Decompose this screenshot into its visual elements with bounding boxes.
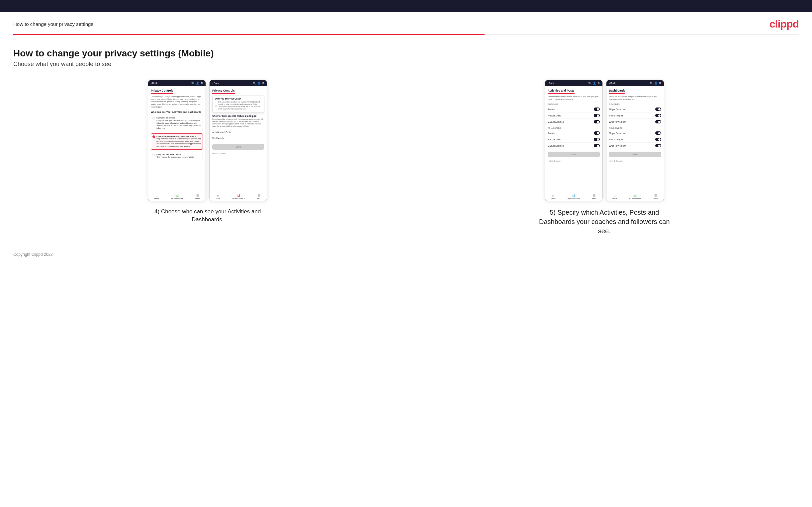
main-content: How to change your privacy settings (Mob… [0, 35, 812, 245]
followers-label-3: FOLLOWERS [548, 127, 600, 129]
phone-2-icons: 🔍 👤 ⚙ [253, 81, 264, 84]
toggle-followers-rounds-switch[interactable] [594, 131, 600, 135]
phone-3-section-title: Activities and Posts [548, 89, 574, 94]
search-icon-4[interactable]: 🔍 [650, 81, 653, 84]
toggle-coaches-rounds: Rounds [548, 106, 600, 112]
save-button-4[interactable]: Save [609, 152, 661, 157]
settings-icon-2[interactable]: ⚙ [262, 81, 264, 84]
back-button-4[interactable]: ‹ Back [609, 82, 616, 84]
toggle-coaches-rounds-switch[interactable] [594, 108, 600, 111]
radio-everyone[interactable]: Everyone on Clippd Everyone on Clippd ca… [151, 115, 203, 131]
nav-performance-3[interactable]: 📊 My Performance [568, 194, 580, 200]
radio-circle-followers-coach [152, 135, 155, 138]
toggle-followers-drills-switch[interactable] [594, 138, 600, 141]
people-icon-3[interactable]: 👤 [593, 81, 596, 84]
logo: clippd [769, 18, 799, 30]
nav-home-1[interactable]: ⌂ Home [154, 194, 159, 200]
phone-2-body: Privacy Controls Only You and Your Coach… [210, 86, 267, 189]
toggle-followers-round-insights-switch[interactable] [655, 138, 661, 141]
phone-4-section-title: Dashboards [609, 89, 625, 94]
back-button-2[interactable]: ‹ Back [212, 82, 219, 84]
toggle-followers-manual: Manual Activities [548, 143, 600, 149]
nav-menu-1[interactable]: ☰ Menu [195, 194, 200, 200]
nav-menu-4[interactable]: ☰ Menu [654, 194, 658, 200]
toggle-followers-work-on: What To Work On [609, 143, 661, 149]
phone-4-header: ‹ Back 🔍 👤 ⚙ [606, 80, 664, 86]
nav-performance-1[interactable]: 📊 My Performance [171, 194, 183, 200]
toggle-coaches-drills: Practice Drills [548, 112, 600, 119]
screenshot-group-2: ‹ Back 🔍 👤 ⚙ Activities and Posts Select… [410, 79, 799, 236]
save-button-3[interactable]: Save [548, 152, 600, 157]
show-hide-title: Show or hide specific features in Clippd [212, 115, 264, 117]
toggle-followers-work-on-switch[interactable] [655, 144, 661, 147]
radio-text-followers-coach: Only Approved Followers and Your Coach O… [156, 135, 201, 148]
people-icon-1[interactable]: 👤 [196, 81, 199, 84]
followers-label-4: FOLLOWERS [609, 127, 661, 129]
settings-icon-4[interactable]: ⚙ [659, 81, 661, 84]
toggle-coaches-player-dash: Player Dashboard [609, 106, 661, 112]
menu-row-activities[interactable]: Activities and Posts › [212, 129, 264, 135]
back-button-1[interactable]: ‹ Back [151, 82, 157, 84]
people-icon-2[interactable]: 👤 [257, 81, 261, 84]
search-icon-2[interactable]: 🔍 [253, 81, 256, 84]
chart-icon-1: 📊 [175, 194, 179, 197]
phone-4-desc: Select the dashboards that you'd like to… [609, 96, 661, 101]
phone-3: ‹ Back 🔍 👤 ⚙ Activities and Posts Select… [545, 79, 603, 201]
menu-row-dashboards[interactable]: Dashboards › [212, 135, 264, 142]
page-heading: How to change your privacy settings (Mob… [13, 48, 799, 59]
phone-1: ‹ Back 🔍 👤 ⚙ Privacy Controls Control ho… [148, 79, 206, 201]
help-label-4: Help & Support [609, 160, 661, 162]
nav-performance-4[interactable]: 📊 My Performance [629, 194, 641, 200]
label-coaches-rounds: Rounds [548, 108, 555, 111]
nav-home-4[interactable]: ⌂ Home [612, 194, 617, 200]
save-button-2[interactable]: Save [212, 144, 264, 150]
toggle-coaches-work-on-switch[interactable] [655, 120, 661, 123]
back-button-3[interactable]: ‹ Back [548, 82, 554, 84]
phone-3-header: ‹ Back 🔍 👤 ⚙ [545, 80, 602, 86]
coaches-label-3: COACHES [548, 103, 600, 105]
label-followers-work-on: What To Work On [609, 145, 626, 147]
popup-overlay-2: Only You and Your Coach Only you and the… [212, 96, 264, 113]
radio-text-coach-only: Only You and Your Coach Only you and the… [156, 153, 194, 159]
label-followers-player-dash: Player Dashboard [609, 132, 626, 134]
settings-icon-1[interactable]: ⚙ [201, 81, 203, 84]
toggle-coaches-manual-switch[interactable] [594, 120, 600, 123]
search-icon-3[interactable]: 🔍 [588, 81, 592, 84]
phone-4-body: Dashboards Select the dashboards that yo… [606, 86, 664, 189]
search-icon-1[interactable]: 🔍 [191, 81, 195, 84]
toggle-followers-player-dash: Player Dashboard [609, 130, 661, 136]
nav-performance-2[interactable]: 📊 My Performance [233, 194, 245, 200]
nav-home-2[interactable]: ⌂ Home [216, 194, 220, 200]
page-subheading: Choose what you want people to see [13, 61, 799, 68]
toggle-coaches-manual: Manual Activities [548, 119, 600, 125]
popup-desc-2: Only you and the coaches you connect wit… [218, 101, 262, 110]
home-icon-2: ⌂ [217, 194, 219, 197]
home-icon-1: ⌂ [156, 194, 157, 197]
radio-followers-coach[interactable]: Only Approved Followers and Your Coach O… [151, 133, 203, 150]
people-icon-4[interactable]: 👤 [654, 81, 658, 84]
nav-menu-3[interactable]: ☰ Menu [592, 194, 597, 200]
phone-1-section-title: Privacy Controls [151, 89, 173, 94]
label-followers-manual: Manual Activities [548, 145, 564, 147]
nav-home-3[interactable]: ⌂ Home [551, 194, 555, 200]
radio-coach-only[interactable]: Only You and Your Coach Only you and the… [151, 152, 203, 160]
home-icon-3: ⌂ [552, 194, 554, 197]
radio-text-everyone: Everyone on Clippd Everyone on Clippd ca… [156, 116, 201, 129]
toggle-coaches-player-dash-switch[interactable] [655, 108, 661, 111]
chart-icon-2: 📊 [237, 194, 241, 197]
phone-2-section-title: Privacy Controls [212, 89, 235, 94]
phone-2-bottom-nav: ⌂ Home 📊 My Performance ☰ Menu [210, 192, 267, 201]
toggle-followers-player-dash-switch[interactable] [655, 131, 661, 135]
toggle-coaches-round-insights: Round Insights [609, 112, 661, 119]
phone-3-desc: Select the types of activity that you'd … [548, 96, 600, 101]
toggle-followers-manual-switch[interactable] [594, 144, 600, 147]
popup-radio-row-2: Only you and the coaches you connect wit… [215, 101, 262, 110]
phone-4-icons: 🔍 👤 ⚙ [650, 81, 661, 84]
breadcrumb: How to change your privacy settings [13, 21, 93, 27]
footer: Copyright Clippd 2022 [0, 245, 812, 264]
toggle-coaches-round-insights-switch[interactable] [655, 114, 661, 117]
nav-menu-2[interactable]: ☰ Menu [257, 194, 261, 200]
settings-icon-3[interactable]: ⚙ [598, 81, 600, 84]
help-label-3: Help & Support [548, 160, 600, 162]
toggle-coaches-drills-switch[interactable] [594, 114, 600, 117]
